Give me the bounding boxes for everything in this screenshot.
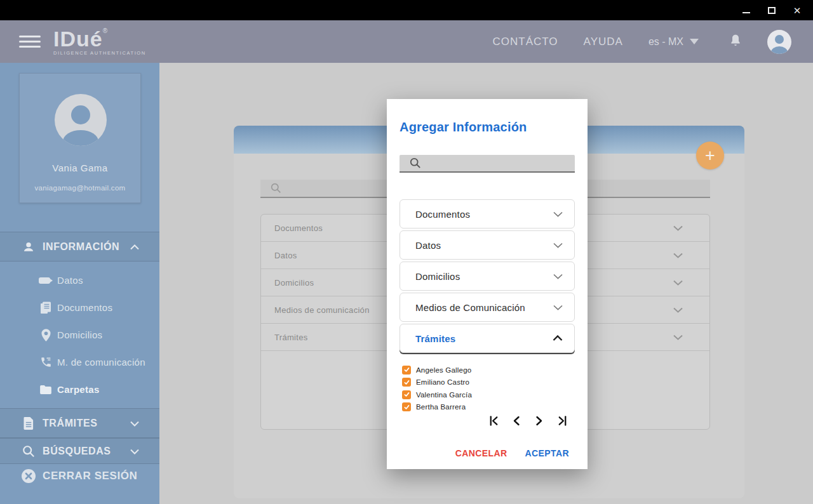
sidebar: Vania Gama vaniagamag@hotmail.com INFORM… — [0, 63, 159, 504]
option-label: Valentina García — [416, 391, 472, 399]
location-pin-icon — [38, 329, 53, 342]
maximize-icon[interactable] — [766, 4, 777, 16]
accordion-label: Domicilios — [415, 271, 460, 282]
chevron-down-icon — [553, 274, 563, 279]
sidebar-section-tramites[interactable]: TRÁMITES — [0, 408, 159, 438]
profile-name: Vania Gama — [20, 162, 140, 173]
topbar: IDué® DILIGENCE AUTHENTICATION CONTÁCTO … — [0, 20, 813, 63]
previous-page-icon[interactable] — [510, 414, 523, 428]
accordion-label: Trámites — [415, 333, 455, 344]
sidebar-section-busquedas[interactable]: BÚSQUEDAS — [0, 438, 159, 464]
language-selector[interactable]: es - MX — [648, 36, 699, 48]
logout-x-icon — [21, 469, 36, 483]
chevron-down-icon — [553, 211, 563, 217]
chevron-down-icon — [673, 253, 683, 258]
sidebar-section-label: INFORMACIÓN — [43, 241, 119, 253]
accept-button[interactable]: ACEPTAR — [524, 446, 570, 461]
checkbox-checked-icon[interactable] — [402, 366, 411, 375]
notifications-bell-icon[interactable] — [729, 34, 742, 50]
chevron-down-icon — [690, 39, 699, 44]
checkbox-checked-icon[interactable] — [402, 378, 411, 387]
table-row-label: Documentos — [274, 223, 323, 233]
profile-card: Vania Gama vaniagamag@hotmail.com — [19, 73, 141, 203]
dialog-accordion: Documentos Datos Domicilios Medios de Co… — [400, 199, 575, 355]
accordion-item-tramites[interactable]: Trámites — [400, 324, 575, 353]
nav-contacto[interactable]: CONTÁCTO — [492, 36, 558, 48]
sidebar-item-label: M. de comunicación — [57, 357, 145, 368]
sidebar-info-items: Datos Documentos Domicilios M. de comuni… — [0, 267, 159, 403]
profile-email: vaniagamag@hotmail.com — [20, 184, 140, 192]
logo-title: IDué — [53, 27, 103, 51]
chevron-up-icon — [130, 241, 139, 253]
chevron-down-icon — [673, 225, 683, 231]
file-icon — [21, 417, 36, 430]
option-angeles-gallego[interactable]: Angeles Gallego — [402, 366, 472, 375]
table-row-label: Domicilios — [274, 278, 314, 288]
accordion-label: Datos — [415, 240, 441, 251]
option-emiliano-castro[interactable]: Emiliano Castro — [402, 378, 472, 387]
person-icon — [21, 241, 36, 253]
sidebar-item-label: Datos — [57, 275, 83, 286]
first-page-icon[interactable] — [487, 414, 500, 428]
folder-icon — [38, 385, 53, 395]
sidebar-item-label: Domicilios — [57, 329, 102, 340]
sidebar-section-label: BÚSQUEDAS — [43, 446, 111, 457]
cancel-button[interactable]: CANCELAR — [454, 446, 509, 461]
sidebar-item-carpetas[interactable]: Carpetas — [0, 376, 159, 403]
user-avatar[interactable] — [767, 30, 791, 54]
sidebar-item-m-de-comunicacion[interactable]: M. de comunicación — [0, 348, 159, 376]
option-label: Angeles Gallego — [416, 366, 471, 374]
search-icon — [410, 157, 421, 169]
search-icon — [21, 445, 36, 458]
sidebar-item-label: Documentos — [57, 302, 112, 313]
hamburger-menu-icon[interactable] — [19, 36, 41, 48]
accordion-item-domicilios[interactable]: Domicilios — [400, 262, 575, 291]
chevron-down-icon — [673, 307, 683, 313]
chevron-down-icon — [553, 242, 563, 248]
app-window: ✕ IDué® DILIGENCE AUTHENTICATION CONTÁCT… — [0, 0, 813, 504]
accordion-label: Documentos — [415, 209, 470, 220]
option-label: Bertha Barrera — [416, 403, 466, 411]
sidebar-section-label: TRÁMITES — [43, 418, 98, 429]
sidebar-item-documentos[interactable]: Documentos — [0, 294, 159, 321]
table-row-label: Medios de comunicación — [274, 305, 370, 315]
option-label: Emiliano Castro — [416, 378, 469, 386]
dialog-search-input[interactable] — [427, 159, 568, 168]
table-row-label: Trámites — [274, 333, 307, 342]
option-bertha-barrera[interactable]: Bertha Barrera — [402, 403, 472, 412]
chevron-down-icon — [553, 305, 563, 310]
checkbox-checked-icon[interactable] — [402, 390, 411, 399]
option-valentina-garcia[interactable]: Valentina García — [402, 390, 472, 399]
sidebar-section-informacion[interactable]: INFORMACIÓN — [0, 232, 159, 262]
accordion-item-datos[interactable]: Datos — [400, 230, 575, 260]
minimize-icon[interactable] — [741, 4, 752, 16]
dialog-actions: CANCELAR ACEPTAR — [454, 446, 570, 461]
app-logo: IDué® DILIGENCE AUTHENTICATION — [53, 28, 146, 56]
chevron-down-icon — [130, 446, 139, 457]
sidebar-item-domicilios[interactable]: Domicilios — [0, 321, 159, 348]
accordion-item-medios-de-comunicacion[interactable]: Medios de Comunicación — [400, 293, 575, 322]
sidebar-item-label: Carpetas — [57, 384, 100, 395]
checkbox-checked-icon[interactable] — [402, 402, 411, 411]
nav-ayuda[interactable]: AYUDA — [584, 36, 623, 48]
next-page-icon[interactable] — [533, 414, 546, 428]
chevron-down-icon — [673, 335, 683, 340]
close-icon[interactable]: ✕ — [791, 4, 803, 16]
chevron-up-icon — [553, 335, 563, 342]
accordion-label: Medios de Comunicación — [415, 302, 525, 313]
registered-mark: ® — [103, 27, 107, 34]
logout-label: CERRAR SESIÓN — [43, 470, 138, 482]
pagination — [487, 414, 568, 428]
last-page-icon[interactable] — [556, 414, 568, 428]
logo-subtitle: DILIGENCE AUTHENTICATION — [53, 51, 146, 56]
window-titlebar: ✕ — [0, 0, 813, 20]
sidebar-item-datos[interactable]: Datos — [0, 267, 159, 294]
add-button[interactable]: + — [696, 142, 724, 169]
phone-icon — [38, 356, 53, 368]
tramites-options-list: Angeles Gallego Emiliano Castro Valentin… — [402, 366, 472, 411]
language-value: es - MX — [648, 36, 683, 48]
accordion-item-documentos[interactable]: Documentos — [400, 199, 575, 229]
sidebar-logout[interactable]: CERRAR SESIÓN — [0, 464, 159, 488]
agregar-informacion-dialog: Agregar Información Documentos Datos Dom… — [387, 99, 588, 469]
dialog-search-bar — [400, 155, 575, 173]
